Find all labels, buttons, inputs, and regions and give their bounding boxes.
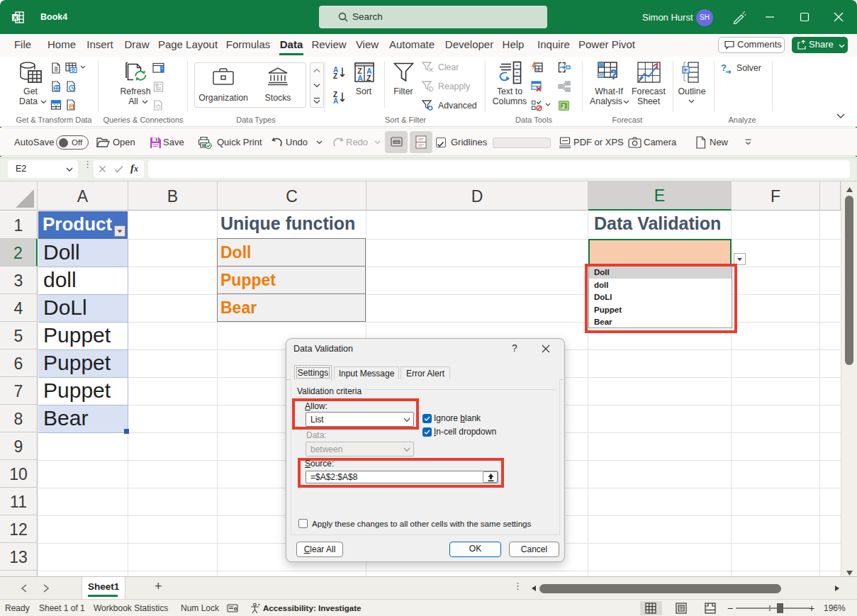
svg-text:A: A (357, 74, 363, 82)
svg-text:Z: Z (366, 74, 371, 82)
svg-text:?: ? (721, 62, 727, 73)
svg-text:J: J (561, 103, 565, 110)
svg-text:X: X (13, 14, 18, 21)
svg-text:A: A (333, 97, 338, 104)
svg-text:Z: Z (333, 72, 337, 79)
svg-text:?: ? (610, 67, 618, 82)
